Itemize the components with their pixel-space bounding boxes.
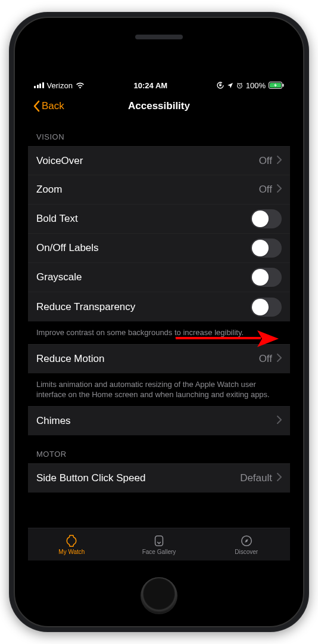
- bold-text-row: Bold Text: [28, 205, 290, 234]
- row-label: Reduce Motion: [36, 353, 104, 365]
- orientation-lock-icon: [217, 82, 224, 89]
- row-label: VoiceOver: [36, 155, 83, 167]
- onoff-labels-row: On/Off Labels: [28, 234, 290, 263]
- svg-rect-6: [155, 535, 163, 546]
- home-button[interactable]: [141, 577, 177, 614]
- nav-bar: Back Accessibility: [28, 93, 290, 119]
- row-label: Reduce Transparency: [36, 301, 135, 313]
- tab-discover[interactable]: Discover: [202, 528, 290, 561]
- chimes-row[interactable]: Chimes: [28, 406, 290, 435]
- compass-icon: [239, 534, 254, 547]
- content-scrollview[interactable]: VISION VoiceOver Off Zoom: [28, 119, 290, 528]
- status-bar: Verizon 10:24 AM 100%: [28, 78, 290, 93]
- motor-group: Side Button Click Speed Default: [28, 463, 290, 493]
- phone-body: Verizon 10:24 AM 100%: [14, 17, 304, 627]
- carrier-label: Verizon: [47, 81, 73, 90]
- battery-label: 100%: [246, 81, 266, 90]
- zoom-row[interactable]: Zoom Off: [28, 175, 290, 205]
- row-value: Default: [240, 472, 272, 484]
- grayscale-row: Grayscale: [28, 263, 290, 292]
- tab-my-watch[interactable]: My Watch: [28, 528, 116, 561]
- back-label: Back: [42, 100, 64, 112]
- grayscale-toggle[interactable]: [251, 268, 282, 287]
- clock: 10:24 AM: [134, 81, 168, 90]
- motion-group: Reduce Motion Off: [28, 344, 290, 373]
- back-button[interactable]: Back: [33, 100, 64, 112]
- vision-group: VoiceOver Off Zoom Off: [28, 146, 290, 321]
- tab-bar: My Watch Face Gallery Discover: [28, 528, 290, 561]
- side-button-row[interactable]: Side Button Click Speed Default: [28, 463, 290, 493]
- row-label: Chimes: [36, 415, 71, 427]
- reduce-motion-row[interactable]: Reduce Motion Off: [28, 344, 290, 373]
- page-title: Accessibility: [128, 100, 190, 112]
- chimes-group: Chimes: [28, 406, 290, 435]
- svg-rect-1: [219, 85, 222, 86]
- chevron-right-icon: [277, 184, 282, 196]
- tab-label: Discover: [235, 549, 258, 555]
- tab-label: Face Gallery: [142, 549, 176, 555]
- chevron-left-icon: [33, 100, 40, 112]
- onoff-labels-toggle[interactable]: [251, 239, 282, 258]
- alarm-icon: [236, 82, 243, 89]
- reduce-transparency-row: Reduce Transparency: [28, 292, 290, 321]
- row-value: Off: [259, 155, 272, 167]
- vision-footer: Improve contrast on some backgrounds to …: [28, 323, 290, 344]
- bold-text-toggle[interactable]: [251, 209, 282, 228]
- row-label: Grayscale: [36, 271, 82, 283]
- row-value: Off: [259, 184, 272, 196]
- row-label: On/Off Labels: [36, 242, 99, 254]
- watch-icon: [64, 534, 79, 547]
- svg-rect-4: [282, 84, 283, 87]
- battery-icon: [269, 82, 284, 89]
- row-label: Side Button Click Speed: [36, 472, 145, 484]
- tab-label: My Watch: [58, 549, 85, 555]
- chevron-right-icon: [277, 415, 282, 427]
- motion-footer: Limits animation and automatic resizing …: [28, 374, 290, 406]
- section-header-vision: VISION: [28, 119, 290, 146]
- screen: Verizon 10:24 AM 100%: [28, 78, 290, 561]
- phone-speaker: [135, 35, 183, 39]
- chevron-right-icon: [277, 155, 282, 167]
- row-label: Zoom: [36, 184, 62, 196]
- wifi-icon: [76, 82, 85, 89]
- row-label: Bold Text: [36, 213, 78, 225]
- reduce-transparency-toggle[interactable]: [251, 298, 282, 317]
- tab-face-gallery[interactable]: Face Gallery: [116, 528, 203, 561]
- chevron-right-icon: [277, 472, 282, 484]
- signal-icon: [34, 82, 44, 88]
- voiceover-row[interactable]: VoiceOver Off: [28, 146, 290, 175]
- row-value: Off: [259, 353, 272, 365]
- face-gallery-icon: [152, 534, 166, 547]
- section-header-motor: MOTOR: [28, 436, 290, 463]
- location-icon: [227, 82, 233, 89]
- phone-frame: Verizon 10:24 AM 100%: [9, 12, 309, 632]
- chevron-right-icon: [277, 353, 282, 365]
